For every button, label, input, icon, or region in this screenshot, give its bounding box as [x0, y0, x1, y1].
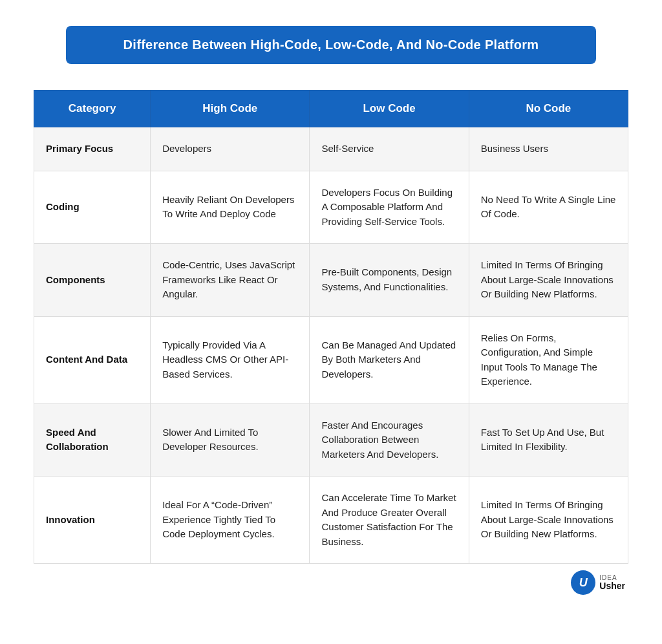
header-no-code: No Code: [469, 91, 628, 127]
low-code-cell: Developers Focus On Building A Composabl…: [310, 171, 469, 244]
high-code-cell: Slower And Limited To Developer Resource…: [151, 403, 310, 477]
high-code-cell: Ideal For A “Code-Driven” Experience Tig…: [151, 477, 310, 564]
low-code-cell: Can Be Managed And Updated By Both Marke…: [310, 316, 469, 403]
high-code-cell: Heavily Reliant On Developers To Write A…: [151, 171, 310, 244]
no-code-cell: Business Users: [469, 127, 628, 171]
high-code-cell: Developers: [151, 127, 310, 171]
low-code-cell: Faster And Encourages Collaboration Betw…: [310, 403, 469, 477]
category-cell: Innovation: [34, 477, 151, 564]
no-code-cell: Fast To Set Up And Use, But Limited In F…: [469, 403, 628, 477]
table-header-row: Category High Code Low Code No Code: [34, 91, 628, 127]
table-row: ComponentsCode-Centric, Uses JavaScript …: [34, 244, 628, 317]
high-code-cell: Typically Provided Via A Headless CMS Or…: [151, 316, 310, 403]
no-code-cell: No Need To Write A Single Line Of Code.: [469, 171, 628, 244]
low-code-cell: Pre-Built Components, Design Systems, An…: [310, 244, 469, 317]
header-low-code: Low Code: [310, 91, 469, 127]
page-title: Difference Between High-Code, Low-Code, …: [92, 38, 570, 52]
logo: U Idea Usher: [571, 570, 625, 595]
table-row: Content And DataTypically Provided Via A…: [34, 316, 628, 403]
logo-text: Idea Usher: [599, 574, 625, 591]
category-cell: Speed And Collaboration: [34, 403, 151, 477]
comparison-table: Category High Code Low Code No Code Prim…: [34, 90, 628, 564]
no-code-cell: Relies On Forms, Configuration, And Simp…: [469, 316, 628, 403]
logo-row: U Idea Usher: [34, 570, 628, 595]
table-row: CodingHeavily Reliant On Developers To W…: [34, 171, 628, 244]
low-code-cell: Self-Service: [310, 127, 469, 171]
logo-icon: U: [571, 570, 595, 595]
table-row: Primary FocusDevelopersSelf-ServiceBusin…: [34, 127, 628, 171]
header-category: Category: [34, 91, 151, 127]
header-high-code: High Code: [151, 91, 310, 127]
logo-usher: Usher: [599, 581, 625, 591]
high-code-cell: Code-Centric, Uses JavaScript Frameworks…: [151, 244, 310, 317]
no-code-cell: Limited In Terms Of Bringing About Large…: [469, 477, 628, 564]
low-code-cell: Can Accelerate Time To Market And Produc…: [310, 477, 469, 564]
category-cell: Content And Data: [34, 316, 151, 403]
page-title-box: Difference Between High-Code, Low-Code, …: [66, 26, 596, 64]
table-row: Speed And CollaborationSlower And Limite…: [34, 403, 628, 477]
category-cell: Coding: [34, 171, 151, 244]
category-cell: Primary Focus: [34, 127, 151, 171]
table-row: InnovationIdeal For A “Code-Driven” Expe…: [34, 477, 628, 564]
no-code-cell: Limited In Terms Of Bringing About Large…: [469, 244, 628, 317]
category-cell: Components: [34, 244, 151, 317]
